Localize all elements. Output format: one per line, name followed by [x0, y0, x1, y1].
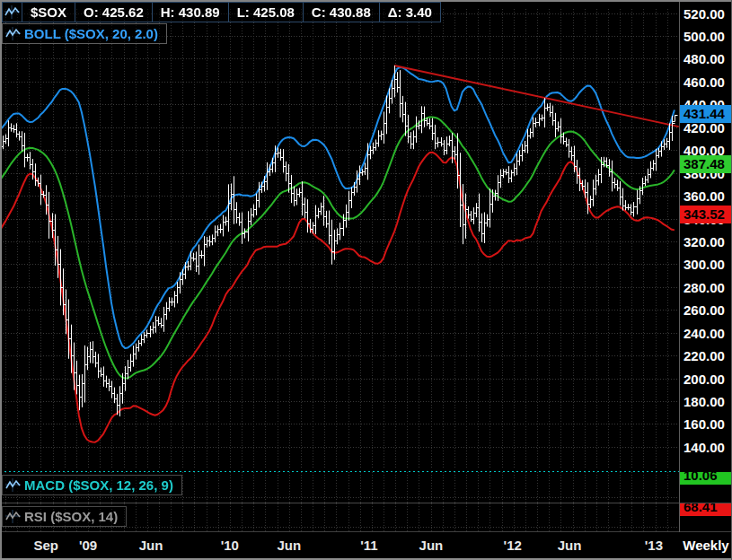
high-cell: H: 430.89	[152, 2, 229, 22]
macd-panel-divider[interactable]	[0, 471, 679, 472]
timeframe-label[interactable]: Weekly	[681, 538, 731, 553]
window-border	[0, 0, 732, 2]
price-axis-label: 260.00	[683, 302, 725, 318]
ohlc-header: $SOX O: 425.62 H: 430.89 L: 425.08 C: 43…	[2, 2, 441, 22]
price-axis-label: 160.00	[683, 416, 725, 432]
price-axis-label: 460.00	[683, 74, 725, 90]
price-axis-label: 320.00	[683, 234, 725, 249]
symbol-cell[interactable]: $SOX	[22, 2, 75, 22]
price-axis-label: 220.00	[683, 348, 725, 363]
chart-icon	[3, 476, 22, 494]
upper-band-price-tag: 431.44	[680, 105, 732, 123]
time-axis-label: Jun	[419, 538, 444, 553]
price-axis-label: 480.00	[683, 51, 725, 66]
macd-label: MACD ($SOX, 12, 26, 9)	[22, 477, 173, 493]
close-cell: C: 430.88	[303, 2, 380, 22]
time-axis-label: Jun	[558, 538, 582, 553]
price-axis-label: 300.00	[683, 257, 725, 272]
chart-icon	[3, 24, 22, 43]
time-axis-label: '10	[221, 538, 239, 553]
low-cell: L: 425.08	[228, 2, 304, 22]
time-axis-label: Sep	[33, 538, 58, 553]
change-cell: Δ: 3.40	[379, 2, 441, 22]
chart-window: $SOX O: 425.62 H: 430.89 L: 425.08 C: 43…	[0, 0, 732, 560]
rsi-panel-bottom-line	[0, 531, 732, 532]
axis-separator-line	[679, 0, 680, 532]
price-axis-label: 180.00	[683, 394, 725, 409]
main-chart-canvas[interactable]	[0, 0, 679, 471]
rsi-indicator-label-box[interactable]: RSI ($SOX, 14)	[2, 506, 127, 527]
window-border	[0, 0, 2, 560]
rsi-label: RSI ($SOX, 14)	[22, 509, 118, 524]
open-cell: O: 425.62	[75, 2, 153, 22]
main-price-panel: $SOX O: 425.62 H: 430.89 L: 425.08 C: 43…	[0, 0, 732, 471]
time-axis-label: '11	[360, 538, 377, 553]
boll-indicator-label-box[interactable]: BOLL ($SOX, 20, 2.0)	[2, 23, 167, 44]
time-axis-label: '13	[645, 538, 663, 553]
macd-value-tag: 10.06	[680, 472, 732, 485]
price-axis-label: 140.00	[683, 440, 725, 455]
boll-label: BOLL ($SOX, 20, 2.0)	[22, 26, 158, 41]
rsi-value-tag: 68.41	[680, 503, 732, 516]
time-axis-label: '09	[79, 538, 97, 553]
time-axis-label: '12	[504, 538, 522, 553]
price-axis-label: 280.00	[683, 280, 725, 295]
lower-band-price-tag: 343.52	[680, 206, 732, 223]
price-axis-label: 360.00	[683, 188, 725, 204]
time-axis: Weekly Sep'09Jun'10Jun'11Jun'12Jun'13	[0, 532, 732, 558]
price-axis-label: 240.00	[683, 326, 725, 341]
rsi-panel: RSI ($SOX, 14) 68.41	[0, 503, 732, 531]
chart-icon	[3, 507, 22, 526]
price-axis-label: 500.00	[683, 29, 725, 44]
middle-band-price-tag: 387.48	[680, 155, 732, 173]
time-axis-label: Jun	[139, 538, 163, 553]
price-axis-label: 520.00	[683, 6, 725, 22]
macd-panel: MACD ($SOX, 12, 26, 9) 10.06	[0, 472, 732, 503]
price-axis[interactable]: 140.00160.00180.00200.00220.00240.00260.…	[680, 0, 732, 471]
macd-indicator-label-box[interactable]: MACD ($SOX, 12, 26, 9)	[2, 475, 182, 495]
time-axis-label: Jun	[278, 538, 302, 553]
price-axis-label: 200.00	[683, 372, 725, 387]
chart-icon	[2, 2, 22, 22]
panel-separator	[0, 503, 732, 503]
